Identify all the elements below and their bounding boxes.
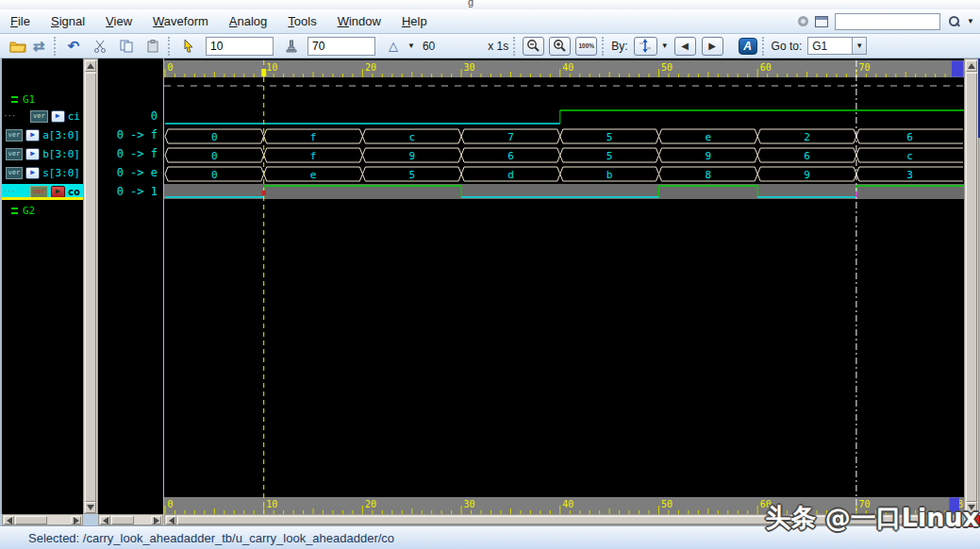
names-vertical-scrollbar[interactable] xyxy=(83,58,98,514)
input-port-icon: ▶ xyxy=(25,148,40,160)
copy-button[interactable] xyxy=(116,37,137,56)
svg-text:9: 9 xyxy=(804,169,810,181)
scrollbar-thumb[interactable] xyxy=(85,73,96,502)
selected-row-underline xyxy=(2,197,83,200)
select-cursor-button[interactable] xyxy=(177,37,198,56)
watermark-text: 头条 @一口Linux xyxy=(765,501,979,535)
toolbar-separator xyxy=(762,37,767,56)
zoom-out-button[interactable] xyxy=(523,37,544,56)
group-icon xyxy=(11,96,18,103)
main-area: G1···ver▶civer▶a[3:0]ver▶b[3:0]ver▶s[3:0… xyxy=(0,58,980,514)
menu-file[interactable]: File xyxy=(0,9,41,33)
svg-text:d: d xyxy=(507,169,514,181)
sync-button[interactable]: ⇄ xyxy=(28,37,49,56)
cursor-time-field[interactable] xyxy=(206,37,274,56)
output-port-icon: ▶ xyxy=(51,186,65,198)
menu-window[interactable]: Window xyxy=(327,9,391,33)
signal-row-s30[interactable]: ver▶s[3:0] xyxy=(2,165,83,180)
svg-text:40: 40 xyxy=(562,499,573,509)
range-time-field[interactable] xyxy=(307,37,375,56)
scroll-left-button[interactable] xyxy=(4,516,14,524)
goto-value: G1 xyxy=(808,40,852,53)
cut-button[interactable] xyxy=(90,37,110,56)
scroll-up-button[interactable] xyxy=(966,60,977,72)
zoom-caret-icon[interactable]: ▼ xyxy=(407,42,415,50)
svg-text:60: 60 xyxy=(760,62,772,73)
signal-name: ci xyxy=(68,110,80,123)
svg-text:0: 0 xyxy=(211,150,218,162)
goto-combobox[interactable]: G1 ▼ xyxy=(807,37,867,55)
paste-button[interactable] xyxy=(142,37,163,56)
search-icon[interactable] xyxy=(947,15,960,28)
signal-name: b[3:0] xyxy=(42,148,80,160)
analog-button[interactable]: A xyxy=(739,38,757,55)
menu-help[interactable]: Help xyxy=(391,9,438,33)
scroll-left-button[interactable] xyxy=(166,516,176,524)
input-port-icon: ▶ xyxy=(25,129,40,141)
scrollbar-thumb[interactable] xyxy=(966,73,977,502)
open-folder-button[interactable] xyxy=(8,37,28,56)
group-row-g2[interactable]: G2 xyxy=(2,203,83,218)
scroll-left-button[interactable] xyxy=(100,516,110,524)
tree-dots-icon: ··· xyxy=(3,111,15,121)
end-of-data-marker xyxy=(952,61,963,77)
zoom-full-button[interactable]: 100% xyxy=(575,37,597,56)
search-input[interactable] xyxy=(835,13,940,30)
prev-edge-button[interactable]: ◀ xyxy=(674,37,696,56)
menu-view[interactable]: View xyxy=(95,9,142,33)
value-co: 0 -> 1 xyxy=(98,184,163,199)
svg-text:0: 0 xyxy=(211,131,218,143)
verilog-badge: ver xyxy=(6,129,24,141)
window-titlebar: g xyxy=(0,0,980,9)
svg-text:7: 7 xyxy=(507,131,514,143)
goto-dropdown-button[interactable]: ▼ xyxy=(852,38,866,54)
next-edge-button[interactable]: ▶ xyxy=(702,37,723,56)
scrollbar-thumb[interactable] xyxy=(15,516,47,524)
scroll-right-button[interactable] xyxy=(151,516,161,524)
menu-tools[interactable]: Tools xyxy=(277,9,326,33)
value-b30: 0 -> f xyxy=(98,146,163,161)
edge-search-caret-icon[interactable]: ▼ xyxy=(661,42,669,50)
zoom-in-button[interactable] xyxy=(549,37,571,56)
search-caret-icon[interactable]: ▼ xyxy=(967,18,974,25)
triangle-marker-icon[interactable]: △ xyxy=(383,37,404,56)
svg-text:3: 3 xyxy=(906,169,913,181)
simvision-waveform-window: g FileSignalViewWaveformAnalogToolsWindo… xyxy=(0,0,980,549)
toolbar-separator xyxy=(54,37,58,56)
signal-names-panel: G1···ver▶civer▶a[3:0]ver▶b[3:0]ver▶s[3:0… xyxy=(2,58,83,514)
undo-button[interactable]: ↶ xyxy=(63,37,84,56)
menu-waveform[interactable]: Waveform xyxy=(142,9,219,33)
input-port-icon: ▶ xyxy=(51,110,65,123)
signal-row-b30[interactable]: ver▶b[3:0] xyxy=(2,146,83,161)
scrollbar-thumb[interactable] xyxy=(111,516,134,524)
waveform-canvas[interactable]: 010203040506070010203040506070800fc75e26… xyxy=(164,58,964,514)
menu-signal[interactable]: Signal xyxy=(41,9,95,33)
scroll-right-button[interactable] xyxy=(71,516,81,524)
values-horizontal-scrollbar[interactable] xyxy=(98,514,163,525)
stamp-icon-button[interactable] xyxy=(281,37,302,56)
svg-text:0: 0 xyxy=(168,499,174,509)
output-port-icon: ▶ xyxy=(25,167,40,179)
window-icon[interactable] xyxy=(815,16,828,27)
svg-text:30: 30 xyxy=(464,499,475,509)
gear-icon[interactable] xyxy=(798,16,808,26)
menu-analog[interactable]: Analog xyxy=(219,9,277,33)
svg-text:2: 2 xyxy=(804,131,810,143)
signal-row-ci[interactable]: ···ver▶ci xyxy=(2,108,83,124)
value-ci: 0 xyxy=(98,108,163,124)
signal-name: a[3:0] xyxy=(42,129,80,141)
svg-text:0: 0 xyxy=(211,169,218,181)
waveform-vertical-scrollbar[interactable] xyxy=(964,58,979,514)
scroll-up-button[interactable] xyxy=(85,60,96,72)
edge-search-button[interactable] xyxy=(634,37,657,56)
cursor-crossing-dot xyxy=(262,191,266,195)
signal-row-a30[interactable]: ver▶a[3:0] xyxy=(2,127,83,142)
verilog-badge: ver xyxy=(6,167,24,179)
group-row-g1[interactable]: G1 xyxy=(2,92,83,107)
value-G2 xyxy=(98,203,163,218)
scroll-down-button[interactable] xyxy=(85,502,96,513)
svg-text:c: c xyxy=(906,150,913,162)
svg-text:e: e xyxy=(706,131,712,143)
wave-bus-b30: 0f96596c xyxy=(165,148,963,162)
names-horizontal-scrollbar[interactable] xyxy=(2,514,83,525)
